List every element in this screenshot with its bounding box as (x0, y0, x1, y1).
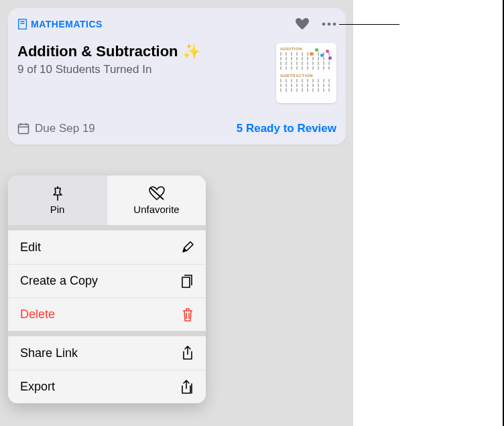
pin-icon (51, 186, 64, 201)
copy-label: Create a Copy (20, 274, 98, 288)
export-item[interactable]: Export (8, 370, 206, 403)
more-icon[interactable] (322, 22, 336, 26)
trash-icon (182, 307, 194, 322)
context-menu: Pin Unfavorite Edit Create a Copy Delete (8, 175, 206, 403)
svg-point-5 (333, 23, 336, 26)
edit-label: Edit (20, 240, 41, 255)
pin-button[interactable]: Pin (8, 175, 107, 225)
callout-line (339, 24, 399, 25)
pin-label: Pin (50, 204, 65, 215)
unfavorite-label: Unfavorite (133, 204, 179, 215)
heart-slash-icon (149, 186, 165, 201)
assignment-card: MATHEMATICS Addition & Subtraction ✨ 9 o… (8, 8, 346, 145)
share-link-item[interactable]: Share Link (8, 336, 206, 370)
svg-point-3 (322, 23, 326, 26)
due-date-row: Due Sep 19 (17, 122, 95, 135)
calendar-icon (17, 123, 29, 135)
svg-point-4 (328, 23, 331, 26)
book-icon (17, 19, 27, 29)
due-date-text: Due Sep 19 (35, 122, 95, 135)
ready-to-review-link[interactable]: 5 Ready to Review (237, 122, 336, 135)
delete-item[interactable]: Delete (8, 297, 206, 331)
create-copy-item[interactable]: Create a Copy (8, 264, 206, 297)
turned-in-text: 9 of 10 Students Turned In (17, 63, 267, 76)
share-icon (182, 346, 194, 360)
favorite-icon[interactable] (295, 17, 310, 31)
pencil-icon (182, 241, 194, 253)
duplicate-icon (180, 274, 194, 289)
delete-label: Delete (20, 307, 55, 322)
export-label: Export (20, 380, 55, 394)
svg-rect-0 (18, 19, 26, 29)
unfavorite-button[interactable]: Unfavorite (107, 175, 206, 225)
assignment-thumbnail: ADDITION SUBTRACTION (276, 43, 336, 103)
assignment-title: Addition & Subtraction ✨ (17, 43, 267, 60)
subject-label: MATHEMATICS (31, 19, 103, 29)
edit-item[interactable]: Edit (8, 230, 206, 264)
subject-row: MATHEMATICS (17, 19, 295, 29)
svg-rect-6 (19, 125, 29, 134)
share-label: Share Link (20, 346, 78, 360)
export-icon (180, 380, 194, 395)
